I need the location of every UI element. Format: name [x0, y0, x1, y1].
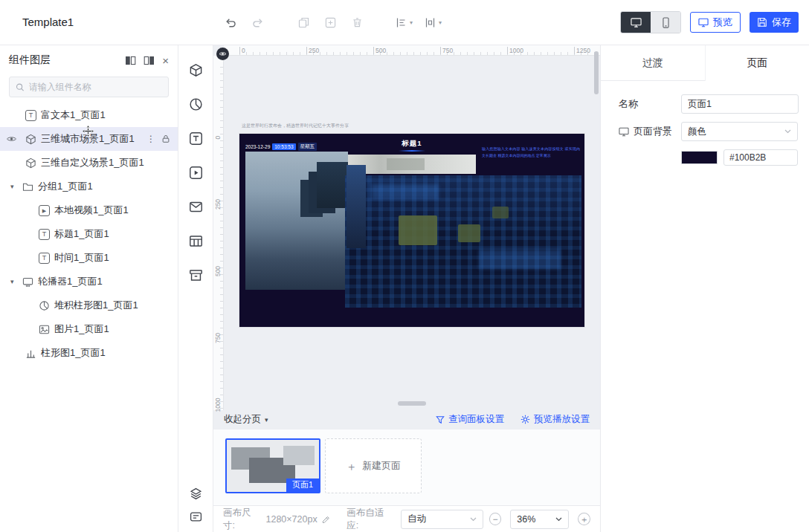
- layer-row-group[interactable]: ▾ 分组1_页面1: [0, 175, 178, 198]
- screen-datetime[interactable]: 2023-12-29 10:53:53 星期五: [245, 143, 317, 151]
- zoom-select[interactable]: 36%: [510, 510, 569, 529]
- app-window: Template1: [0, 0, 809, 532]
- collapse-arrow-icon[interactable]: ▾: [10, 183, 18, 190]
- horizontal-ruler: 0 250 500 750 1000 1250: [224, 45, 600, 56]
- save-button[interactable]: 保存: [750, 12, 799, 33]
- screen-local-video[interactable]: [348, 155, 476, 174]
- topbar-tools: ▾ ▾: [223, 0, 442, 45]
- table-tool-icon[interactable]: [189, 234, 203, 248]
- layer-row-local-video[interactable]: ▶ 本地视频1_页面1: [0, 198, 178, 222]
- preview-button[interactable]: 预览: [690, 12, 741, 33]
- topbar-actions: 预览 保存: [620, 0, 799, 45]
- edit-icon[interactable]: [322, 515, 331, 524]
- page-name-label: 名称: [619, 97, 681, 111]
- gear-icon: [520, 415, 530, 424]
- undo-icon[interactable]: [223, 15, 238, 30]
- text-tool-icon[interactable]: [189, 132, 203, 146]
- close-icon[interactable]: ×: [162, 55, 169, 66]
- cube-icon: [25, 134, 36, 145]
- pages-strip: 页面1 ＋ 新建页面: [213, 429, 600, 505]
- redo-icon[interactable]: [250, 15, 265, 30]
- layer-row-stacked-chart[interactable]: 堆积柱形图1_页面1: [0, 293, 178, 317]
- scene-buildings: [317, 162, 348, 208]
- panel-right-icon[interactable]: [144, 56, 155, 65]
- tab-page[interactable]: 页面: [705, 45, 809, 81]
- layer-row-time[interactable]: T 时间1_页面1: [0, 246, 178, 270]
- ruler-visibility-toggle[interactable]: [216, 48, 229, 60]
- canvas-fit-label: 画布自适应:: [347, 507, 395, 532]
- vertical-scrollbar[interactable]: [594, 51, 599, 94]
- lock-icon[interactable]: [161, 134, 170, 143]
- new-page-button[interactable]: ＋ 新建页面: [325, 438, 422, 493]
- layer-tree: T 富文本1_页面1 三维城市场景1_页面1 ⋮: [0, 103, 178, 365]
- copy-icon[interactable]: [296, 15, 311, 30]
- query-panel-settings-link[interactable]: 查询面板设置: [436, 413, 504, 426]
- horizontal-scrollbar[interactable]: [398, 401, 426, 406]
- color-swatch[interactable]: [681, 151, 718, 164]
- layer-row-bar-chart[interactable]: 柱形图1_页面1: [0, 341, 178, 365]
- page-name-input[interactable]: [681, 94, 799, 114]
- media-tool-icon[interactable]: [189, 166, 203, 180]
- preview-play-settings-link[interactable]: 预览播放设置: [520, 413, 590, 426]
- save-icon: [757, 17, 767, 27]
- project-title: Template1: [22, 16, 74, 28]
- time-icon: T: [39, 253, 50, 264]
- page-thumbnail[interactable]: 页面1: [225, 438, 320, 493]
- canvas-fit-select[interactable]: 自动: [401, 510, 483, 529]
- screen-3d-custom-scene[interactable]: [245, 152, 348, 290]
- background-color-row: [619, 149, 798, 166]
- layers-icon[interactable]: [190, 487, 202, 500]
- screen-3d-city-map[interactable]: [345, 175, 581, 308]
- container-tool-icon[interactable]: [189, 268, 203, 282]
- vertical-ruler: 0 250 500 750 1000: [213, 56, 224, 410]
- map-highlight: [479, 250, 561, 269]
- visible-icon[interactable]: [6, 134, 17, 143]
- phone-icon: [660, 17, 671, 28]
- map-tower: [347, 165, 366, 248]
- zoom-in-button[interactable]: ＋: [578, 513, 590, 525]
- component-search[interactable]: [9, 77, 169, 97]
- message-tool-icon[interactable]: [189, 200, 203, 214]
- layer-row-3d-city-scene[interactable]: 三维城市场景1_页面1 ⋮: [0, 127, 178, 151]
- desktop-mode-button[interactable]: [621, 12, 651, 33]
- align-dropdown[interactable]: ▾: [396, 17, 413, 28]
- arrange-group: ▾ ▾: [396, 17, 442, 28]
- panel-left-icon[interactable]: [125, 56, 136, 65]
- color-hex-input[interactable]: [723, 149, 798, 166]
- background-mode-select[interactable]: 颜色: [681, 122, 798, 141]
- tab-transition[interactable]: 过渡: [601, 45, 705, 81]
- layers-panel-header: 组件图层 ×: [0, 47, 178, 74]
- collapse-pages-button[interactable]: 收起分页 ▾: [224, 413, 268, 426]
- canvas-screen[interactable]: 标题1 2023-12-29 10:53:53 星期五 输入您想输入文本内容 输…: [239, 134, 584, 327]
- screen-time: 10:53:53: [272, 143, 295, 150]
- map-park: [399, 215, 437, 245]
- zoom-out-button[interactable]: −: [489, 513, 502, 525]
- search-input[interactable]: [29, 82, 162, 92]
- pie-chart-icon[interactable]: [189, 97, 203, 111]
- image-icon: [39, 324, 50, 335]
- duplicate-icon[interactable]: [323, 15, 338, 30]
- collapse-arrow-icon[interactable]: ▾: [10, 278, 18, 285]
- layer-row-image[interactable]: 图片1_页面1: [0, 317, 178, 341]
- layer-row-3d-custom-scene[interactable]: 三维自定义场景1_页面1: [0, 151, 178, 175]
- distribute-dropdown[interactable]: ▾: [425, 17, 442, 28]
- canvas-statusbar: 画布尺寸: 1280×720px 画布自适应: 自动 − 36% ＋: [213, 505, 600, 532]
- title-icon: T: [25, 110, 36, 121]
- delete-icon[interactable]: [349, 15, 364, 30]
- carousel-icon: [22, 276, 33, 288]
- component-toolbar: [178, 45, 213, 532]
- more-icon[interactable]: ⋮: [146, 134, 155, 144]
- layer-row-carousel[interactable]: ▾ 轮播器1_页面1: [0, 270, 178, 293]
- map-highlight: [372, 184, 439, 199]
- richtext-component[interactable]: 这是世界时行发布会，精选世界时代记忆十大事件分享: [242, 123, 349, 129]
- screen-side-text[interactable]: 输入您想输入文本内容 输入这页文本内容按钮文 或实现内文长期金 精选文本内容间的…: [482, 146, 580, 158]
- cube-tool-icon[interactable]: [189, 63, 203, 77]
- mobile-mode-button[interactable]: [651, 12, 680, 33]
- page-name-row: 名称: [619, 94, 798, 114]
- device-toggle: [620, 11, 681, 33]
- layer-row-richtext[interactable]: T 富文本1_页面1: [0, 103, 178, 127]
- canvas-size-label: 画布尺寸:: [223, 507, 262, 532]
- note-icon[interactable]: [190, 510, 202, 523]
- layer-row-title[interactable]: T 标题1_页面1: [0, 222, 178, 246]
- stacked-chart-icon: [39, 300, 50, 311]
